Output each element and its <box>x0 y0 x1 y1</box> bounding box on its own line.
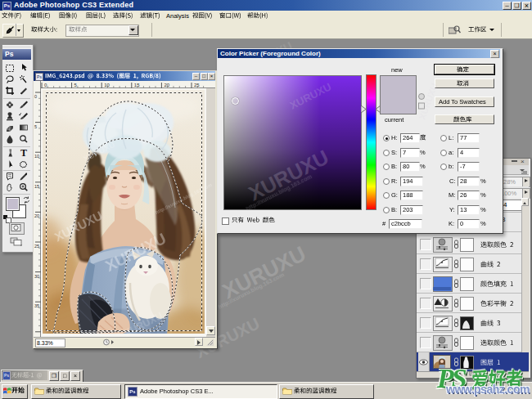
svg-text:25: 25 <box>194 83 200 87</box>
svg-text:10: 10 <box>34 154 39 159</box>
svg-text:10: 10 <box>104 83 110 87</box>
svg-text:35: 35 <box>34 303 39 308</box>
svg-text:5: 5 <box>74 83 78 87</box>
svg-text:20: 20 <box>164 83 169 87</box>
svg-text:25: 25 <box>34 244 39 249</box>
svg-text:20: 20 <box>34 213 39 218</box>
svg-text:0: 0 <box>34 94 37 99</box>
svg-text:T: T <box>20 148 27 158</box>
svg-text:5: 5 <box>34 124 37 129</box>
svg-text:15: 15 <box>134 83 140 87</box>
svg-text:15: 15 <box>34 184 39 189</box>
svg-text:0: 0 <box>44 83 47 87</box>
svg-text:30: 30 <box>34 274 39 279</box>
